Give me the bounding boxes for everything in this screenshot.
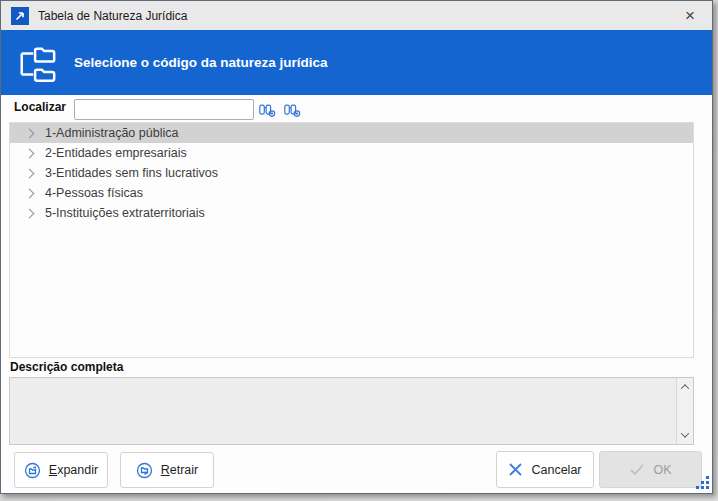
expand-button[interactable]: Expandir xyxy=(14,452,108,488)
tree-item-label: 4-Pessoas físicas xyxy=(45,186,143,200)
description-memo[interactable] xyxy=(9,377,694,445)
expand-icon xyxy=(24,462,41,479)
cancel-button-label: Cancelar xyxy=(531,463,581,477)
search-label: Localizar xyxy=(14,100,66,114)
dialog-header: Selecione o código da natureza jurídica xyxy=(1,30,712,95)
tree-item-label: 3-Entidades sem fins lucrativos xyxy=(45,166,218,180)
search-input[interactable] xyxy=(74,99,254,120)
chevron-right-icon[interactable] xyxy=(25,188,35,198)
chevron-right-icon[interactable] xyxy=(25,168,35,178)
chevron-right-icon[interactable] xyxy=(25,128,35,138)
window-title: Tabela de Natureza Jurídica xyxy=(38,9,187,23)
chevron-right-icon[interactable] xyxy=(25,208,35,218)
launch-arrow-icon xyxy=(11,7,29,25)
ok-button-label: OK xyxy=(653,463,671,477)
ok-button[interactable]: OK xyxy=(599,451,702,488)
scroll-down-button[interactable] xyxy=(677,427,693,443)
vertical-scrollbar[interactable] xyxy=(676,378,693,444)
x-icon xyxy=(508,462,523,477)
close-button[interactable]: × xyxy=(668,1,712,30)
resize-grip[interactable] xyxy=(695,476,709,490)
cancel-button[interactable]: Cancelar xyxy=(496,451,594,488)
dialog-window: Tabela de Natureza Jurídica × Selecione … xyxy=(0,0,713,494)
dialog-subtitle: Selecione o código da natureza jurídica xyxy=(74,55,328,70)
tree-item-label: 5-Instituições extraterritoriais xyxy=(45,206,205,220)
description-label: Descrição completa xyxy=(10,360,123,374)
desktop-backdrop: Tabela de Natureza Jurídica × Selecione … xyxy=(0,0,718,501)
expand-button-label: Expandir xyxy=(49,463,98,477)
tree-item[interactable]: 1-Administração pública xyxy=(10,123,693,143)
retract-icon xyxy=(136,462,153,479)
chevron-down-icon xyxy=(681,429,689,437)
description-text xyxy=(10,378,676,444)
find-next-button[interactable] xyxy=(282,101,302,119)
binoculars-icon xyxy=(283,102,301,118)
retract-button[interactable]: Retrair xyxy=(120,452,214,488)
tree-item[interactable]: 3-Entidades sem fins lucrativos xyxy=(10,163,693,183)
title-bar: Tabela de Natureza Jurídica × xyxy=(1,1,712,30)
tree-item[interactable]: 4-Pessoas físicas xyxy=(10,183,693,203)
close-icon: × xyxy=(685,6,695,26)
folder-tree-icon xyxy=(14,42,60,84)
scroll-up-button[interactable] xyxy=(677,379,693,395)
check-icon xyxy=(629,463,645,476)
tree-item-label: 2-Entidades empresariais xyxy=(45,146,187,160)
tree-item-label: 1-Administração pública xyxy=(45,126,178,140)
retract-button-label: Retrair xyxy=(161,463,199,477)
tree-item[interactable]: 5-Instituições extraterritoriais xyxy=(10,203,693,223)
chevron-up-icon xyxy=(681,384,689,392)
find-button[interactable] xyxy=(257,101,277,119)
chevron-right-icon[interactable] xyxy=(25,148,35,158)
binoculars-icon xyxy=(258,102,276,118)
tree-item[interactable]: 2-Entidades empresariais xyxy=(10,143,693,163)
nature-tree-list: 1-Administração pública 2-Entidades empr… xyxy=(9,122,694,358)
